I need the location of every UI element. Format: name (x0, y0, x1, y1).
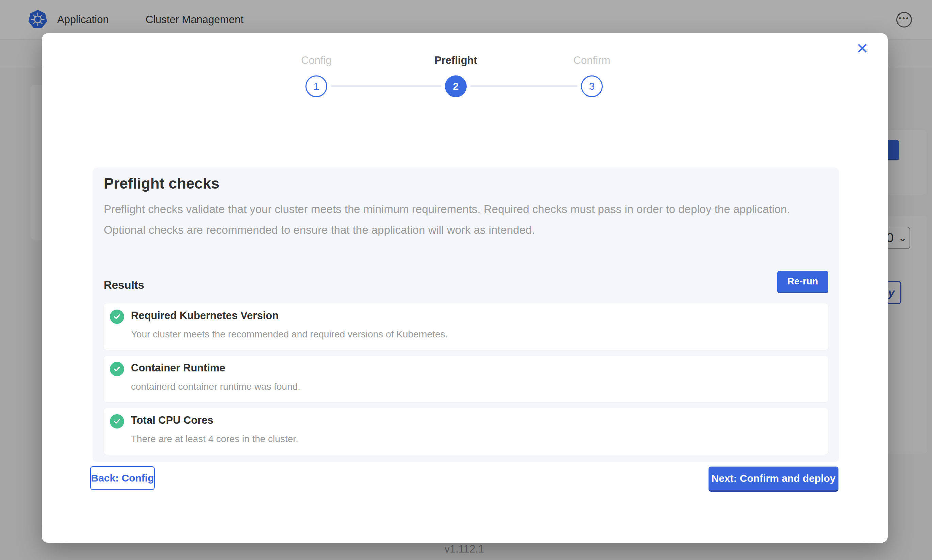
check-pass-icon (110, 362, 124, 376)
rerun-button[interactable]: Re-run (777, 271, 828, 292)
step-indicator-1[interactable]: 1 (306, 75, 327, 97)
check-detail: There are at least 4 cores in the cluste… (131, 434, 298, 445)
step-connector (331, 85, 441, 87)
check-result-row: Required Kubernetes Version Your cluster… (104, 303, 828, 350)
check-title: Container Runtime (131, 362, 225, 374)
step-connector (470, 85, 577, 87)
check-result-row: Container Runtime containerd container r… (104, 356, 828, 402)
preflight-panel: Preflight checks Preflight checks valida… (93, 168, 839, 462)
page-title: Preflight checks (104, 175, 219, 192)
step-label-confirm: Confirm (551, 54, 633, 66)
check-pass-icon (110, 414, 124, 429)
check-result-row: Total CPU Cores There are at least 4 cor… (104, 408, 828, 455)
step-indicator-3[interactable]: 3 (581, 75, 603, 97)
preflight-wizard-modal: ✕ Config Preflight Confirm 1 2 3 Preflig… (42, 33, 888, 543)
step-indicator-2[interactable]: 2 (445, 75, 467, 97)
check-detail: containerd container runtime was found. (131, 381, 300, 392)
step-label-preflight: Preflight (415, 54, 497, 66)
check-pass-icon (110, 309, 124, 324)
close-icon[interactable]: ✕ (850, 36, 875, 60)
step-label-config: Config (276, 54, 357, 66)
check-detail: Your cluster meets the recommended and r… (131, 329, 447, 340)
check-title: Required Kubernetes Version (131, 309, 279, 322)
preflight-description: Preflight checks validate that your clus… (104, 199, 821, 240)
results-heading: Results (104, 278, 144, 292)
next-confirm-deploy-button[interactable]: Next: Confirm and deploy (708, 466, 838, 490)
check-title: Total CPU Cores (131, 414, 213, 426)
back-config-button[interactable]: Back: Config (90, 466, 155, 490)
